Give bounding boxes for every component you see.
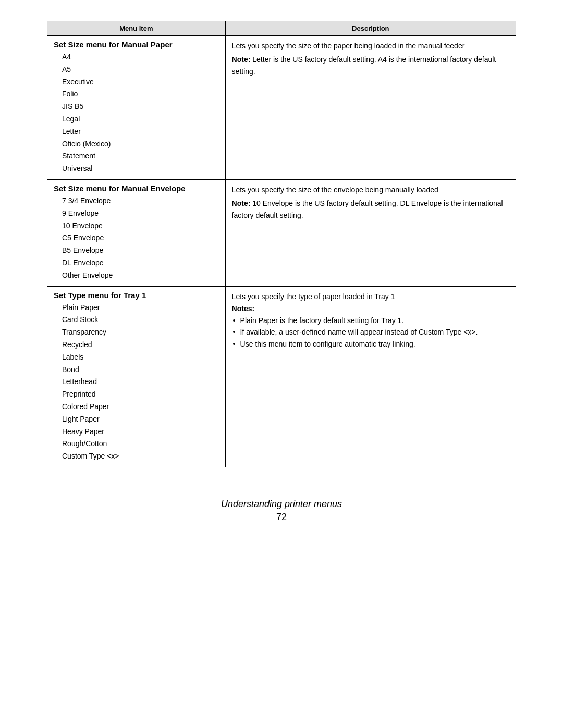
list-item: Custom Type <x> bbox=[62, 450, 219, 463]
bullets-tray1: Plain Paper is the factory default setti… bbox=[232, 315, 509, 350]
note-label-envelope: Note: bbox=[232, 199, 251, 207]
footer-page-number: 72 bbox=[221, 512, 342, 523]
list-item: Preprinted bbox=[62, 388, 219, 401]
menu-item-cell-tray1: Set Type menu for Tray 1 Plain Paper Car… bbox=[47, 286, 226, 467]
page-footer: Understanding printer menus 72 bbox=[221, 499, 342, 523]
list-item: Universal bbox=[62, 163, 219, 175]
row-header-tray1: Set Type menu for Tray 1 bbox=[54, 291, 219, 300]
list-item: JIS B5 bbox=[62, 101, 219, 113]
menu-item-cell-paper: Set Size menu for Manual Paper A4 A5 Exe… bbox=[47, 36, 226, 180]
list-item: Labels bbox=[62, 351, 219, 364]
table-row: Set Type menu for Tray 1 Plain Paper Car… bbox=[47, 286, 516, 467]
list-item: A4 bbox=[62, 51, 219, 64]
footer-title: Understanding printer menus bbox=[221, 499, 342, 510]
list-item: Use this menu item to configure automati… bbox=[232, 338, 509, 350]
list-item: Bond bbox=[62, 364, 219, 376]
list-item: Oficio (Mexico) bbox=[62, 138, 219, 151]
table-row: Set Size menu for Manual Envelope 7 3/4 … bbox=[47, 179, 516, 286]
list-item: Plain Paper is the factory default setti… bbox=[232, 315, 509, 326]
list-item: Transparency bbox=[62, 326, 219, 339]
list-item: Other Envelope bbox=[62, 269, 219, 282]
note-label-paper: Note: bbox=[232, 55, 251, 64]
table-row: Set Size menu for Manual Paper A4 A5 Exe… bbox=[47, 36, 516, 180]
desc-cell-paper: Lets you specify the size of the paper b… bbox=[225, 36, 516, 180]
desc-plain-envelope: Lets you specify the size of the envelop… bbox=[232, 184, 509, 195]
desc-cell-tray1: Lets you specify the type of paper loade… bbox=[225, 286, 516, 467]
list-item: Folio bbox=[62, 88, 219, 101]
list-item: Executive bbox=[62, 76, 219, 89]
col-header-description: Description bbox=[225, 21, 516, 36]
sub-items-envelope: 7 3/4 Envelope 9 Envelope 10 Envelope C5… bbox=[54, 195, 219, 282]
list-item: Light Paper bbox=[62, 413, 219, 426]
list-item: If available, a user-defined name will a… bbox=[232, 326, 509, 338]
note-text-envelope: 10 Envelope is the US factory default se… bbox=[232, 199, 503, 219]
list-item: Card Stock bbox=[62, 314, 219, 326]
row-header-paper: Set Size menu for Manual Paper bbox=[54, 40, 219, 49]
list-item: 7 3/4 Envelope bbox=[62, 195, 219, 207]
list-item: Colored Paper bbox=[62, 401, 219, 413]
list-item: B5 Envelope bbox=[62, 244, 219, 257]
list-item: Plain Paper bbox=[62, 302, 219, 314]
col-header-menu-item: Menu item bbox=[47, 21, 226, 36]
notes-label-tray1: Notes: bbox=[232, 304, 509, 313]
menu-item-cell-envelope: Set Size menu for Manual Envelope 7 3/4 … bbox=[47, 179, 226, 286]
desc-cell-envelope: Lets you specify the size of the envelop… bbox=[225, 179, 516, 286]
note-text-paper: Letter is the US factory default setting… bbox=[232, 55, 496, 75]
list-item: DL Envelope bbox=[62, 257, 219, 269]
main-table: Menu item Description Set Size menu for … bbox=[47, 21, 516, 467]
page-content: Menu item Description Set Size menu for … bbox=[47, 21, 516, 523]
desc-plain-paper: Lets you specify the size of the paper b… bbox=[232, 40, 509, 52]
list-item: Statement bbox=[62, 150, 219, 163]
list-item: Letter bbox=[62, 126, 219, 138]
desc-plain-tray1: Lets you specify the type of paper loade… bbox=[232, 291, 509, 302]
list-item: C5 Envelope bbox=[62, 232, 219, 244]
list-item: Legal bbox=[62, 113, 219, 126]
row-header-envelope: Set Size menu for Manual Envelope bbox=[54, 184, 219, 193]
desc-note-envelope: Note: 10 Envelope is the US factory defa… bbox=[232, 198, 509, 221]
list-item: Heavy Paper bbox=[62, 426, 219, 438]
sub-items-tray1: Plain Paper Card Stock Transparency Recy… bbox=[54, 302, 219, 463]
list-item: A5 bbox=[62, 64, 219, 76]
sub-items-paper: A4 A5 Executive Folio JIS B5 Legal Lette… bbox=[54, 51, 219, 175]
list-item: Rough/Cotton bbox=[62, 438, 219, 450]
desc-note-paper: Note: Letter is the US factory default s… bbox=[232, 54, 509, 77]
list-item: Recycled bbox=[62, 339, 219, 351]
list-item: Letterhead bbox=[62, 376, 219, 388]
list-item: 10 Envelope bbox=[62, 220, 219, 232]
list-item: 9 Envelope bbox=[62, 207, 219, 220]
